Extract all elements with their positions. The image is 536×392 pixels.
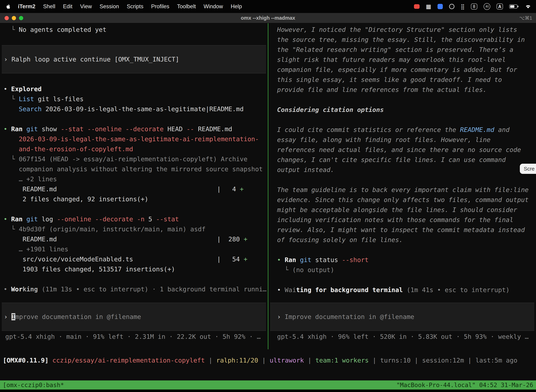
text-segment: Ran: [11, 125, 23, 133]
right-input-band[interactable]: › Improve documentation in @filename: [270, 303, 534, 331]
close-window-button[interactable]: [5, 16, 9, 20]
terminal-line: └ No agents completed yet: [0, 25, 268, 35]
menu-item-scripts[interactable]: Scripts: [123, 3, 147, 9]
dark-circle-app-icon[interactable]: [449, 4, 455, 9]
text-segment: The team guideline is to back every impo…: [277, 186, 529, 193]
menu-item-iterm2[interactable]: iTerm2: [14, 3, 39, 10]
omx-status-line: [OMX#0.11.9] cczip/essay/ai-reimplementa…: [0, 355, 536, 365]
minimize-window-button[interactable]: [12, 16, 16, 20]
dots-grid-icon[interactable]: ⣿: [461, 4, 464, 10]
text-segment: Improve documentation in @filename: [285, 313, 414, 320]
text-segment: last:5m ago: [475, 357, 517, 364]
text-segment: --short: [342, 256, 368, 263]
text-segment: (1m 41s • esc to interrupt): [403, 286, 510, 294]
screen-share-overlay-button[interactable]: Scre: [520, 164, 536, 174]
menu-item-help[interactable]: Help: [227, 3, 246, 9]
wifi-icon[interactable]: [525, 4, 531, 9]
terminal-line: • Ran git log --oneline --decorate -n 5 …: [0, 214, 268, 224]
right-prompt-input[interactable]: › Improve documentation in @filename: [270, 312, 534, 322]
terminal-line: provide file and line references from th…: [268, 85, 536, 95]
text-segment: |: [411, 357, 422, 364]
text-segment: 5: [144, 215, 156, 223]
menu-item-edit[interactable]: Edit: [59, 3, 76, 9]
grid-icon[interactable]: ▦: [426, 3, 431, 10]
window-shortcut-badge: ⌥⌘1: [519, 15, 532, 21]
text-segment: Wai: [285, 286, 296, 294]
terminal-line: └ List git ls-files: [0, 94, 268, 104]
terminal-line: └ 067f154 (HEAD -> essay/ai-reimplementa…: [0, 154, 268, 164]
text-segment: companion file, especially if more comme…: [277, 66, 517, 73]
text-segment: might be acceptable alongside the file l…: [277, 206, 517, 213]
text-segment: [23, 215, 26, 223]
blank-line: [268, 275, 536, 285]
left-pane-output: └ No agents completed yet› Ralph loop ac…: [0, 23, 268, 303]
terminal-line: README.md | 4 +: [0, 184, 268, 194]
text-segment: slight risk that future readers may over…: [277, 56, 506, 63]
text-segment: +: [244, 256, 247, 263]
text-segment: status: [311, 256, 342, 263]
text-segment: └: [277, 266, 292, 273]
menu-item-window[interactable]: Window: [200, 3, 227, 9]
text-segment: the source tree, missing the essay. Stil…: [277, 36, 525, 43]
text-segment: git: [26, 125, 38, 133]
screen: iTerm2 ShellEditViewSessionScriptsProfil…: [0, 0, 536, 392]
text-segment: README.md: [194, 125, 232, 133]
battery-icon[interactable]: [509, 5, 517, 9]
left-input-band[interactable]: › Improve documentation in @filename: [2, 303, 266, 331]
input-source-icon[interactable]: A: [497, 4, 503, 9]
right-pane[interactable]: However, I noticed the "Directory Struct…: [268, 23, 536, 349]
menu-item-view[interactable]: View: [76, 3, 96, 9]
blue-app-icon[interactable]: [438, 4, 443, 9]
screen-recording-indicator-icon[interactable]: [414, 4, 420, 9]
text-segment: companion analysis without altering the …: [4, 165, 263, 173]
terminal[interactable]: └ No agents completed yet› Ralph loop ac…: [0, 23, 536, 392]
gauge-icon[interactable]: .61: [483, 3, 490, 10]
blank-line: [0, 114, 268, 124]
terminal-line: references need actual files, and since …: [268, 145, 536, 155]
terminal-line: … +1901 lines: [0, 244, 268, 254]
text-segment: cczip/essay/ai-reimplementation-copyleft: [53, 357, 205, 364]
text-segment: changes, I can't cite specific file line…: [277, 156, 506, 163]
menu-item-profiles[interactable]: Profiles: [147, 3, 173, 9]
menu-items: ShellEditViewSessionScriptsProfilesToolb…: [39, 3, 246, 10]
traffic-lights: [0, 16, 23, 20]
text-segment: |: [258, 357, 270, 364]
terminal-line: essay file, along with finding root file…: [268, 135, 536, 145]
left-pane[interactable]: └ No agents completed yet› Ralph loop ac…: [0, 23, 268, 349]
menu-bar: iTerm2 ShellEditViewSessionScriptsProfil…: [0, 0, 536, 13]
key-8-icon[interactable]: 8: [471, 4, 477, 9]
text-segment: provide file and line references from th…: [277, 86, 487, 93]
text-segment: ›: [4, 313, 11, 320]
zoom-window-button[interactable]: [19, 16, 23, 20]
text-segment: ralph:11/20: [216, 357, 258, 364]
text-segment: gpt-5.4 xhigh · main · 91% left · 2.31M …: [5, 333, 261, 340]
text-segment: [OMX#0.11.9]: [3, 357, 53, 364]
apple-menu-icon[interactable]: [5, 4, 14, 9]
text-segment: › Ralph loop active continue [OMX_TMUX_I…: [4, 56, 179, 63]
left-prompt-input[interactable]: › Improve documentation in @filename: [2, 312, 266, 322]
text-segment: 2026-03-09-is-legal-the-same-as-legitima…: [4, 135, 259, 143]
text-segment: ting for background terminal: [296, 286, 403, 294]
spacer: [0, 365, 536, 380]
text-segment: Ran: [285, 256, 296, 263]
text-segment: log: [38, 215, 57, 223]
window-title: omx --xhigh --madmax: [0, 15, 536, 21]
text-segment: --stat --oneline --decorate: [61, 125, 163, 133]
text-segment: |: [369, 357, 380, 364]
text-segment: Search: [19, 105, 42, 112]
text-segment: ›: [277, 313, 285, 320]
text-segment: git ls-files: [34, 95, 84, 103]
tmux-session-label: [omx-cczip0:bash*: [3, 382, 64, 388]
menu-item-toolbelt[interactable]: Toolbelt: [173, 3, 200, 9]
text-segment: mprove documentation in @filename: [15, 313, 141, 320]
menu-item-session[interactable]: Session: [96, 3, 123, 9]
left-pane-bottom: › Improve documentation in @filename gpt…: [0, 303, 268, 349]
tmux-host-clock-label: "MacBook-Pro-44.local" 04:52 31-Mar-26: [396, 382, 533, 388]
text-segment: Considering citation options: [277, 106, 384, 113]
text-segment: [23, 125, 26, 133]
window-titlebar[interactable]: omx --xhigh --madmax ⌥⌘1: [0, 13, 536, 23]
text-segment: 1903 files changed, 513517 insertions(+): [4, 266, 175, 273]
text-segment: 067f154 (HEAD -> essay/ai-reimplementati…: [19, 155, 247, 163]
menu-item-shell[interactable]: Shell: [39, 3, 59, 9]
blank-line: [268, 175, 536, 185]
